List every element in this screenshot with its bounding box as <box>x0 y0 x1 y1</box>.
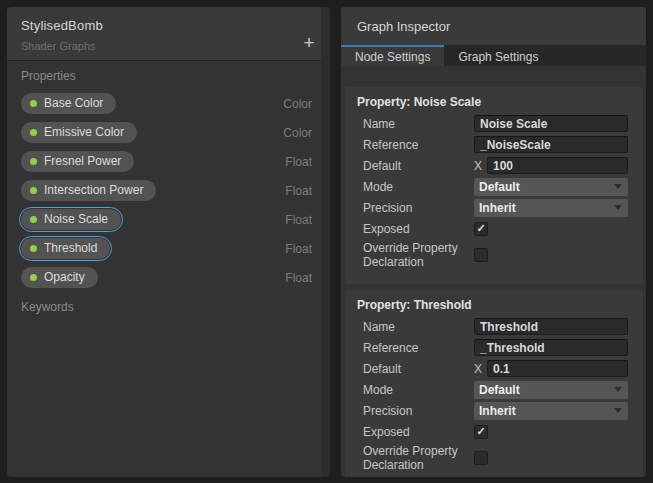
field-label: Exposed <box>352 222 474 236</box>
reference-input[interactable] <box>474 339 628 356</box>
field-label: Precision <box>352 201 474 215</box>
property-type-label: Color <box>283 126 312 140</box>
chevron-down-icon <box>614 387 622 392</box>
property-dot-icon <box>30 274 37 281</box>
field-label: Reference <box>352 138 474 152</box>
property-type-label: Float <box>285 184 312 198</box>
exposed-checkbox[interactable] <box>474 425 488 439</box>
property-type-label: Float <box>285 213 312 227</box>
property-row: Base Color Color <box>7 89 330 118</box>
blackboard-header: StylisedBomb Shader Graphs + <box>7 7 330 61</box>
property-pill-opacity[interactable]: Opacity <box>21 267 98 288</box>
property-dot-icon <box>30 245 37 252</box>
field-label: Override Property Declaration <box>352 241 474 269</box>
field-row-override: Override Property Declaration <box>352 239 636 271</box>
mode-dropdown[interactable]: Default <box>474 178 628 196</box>
property-dot-icon <box>30 129 37 136</box>
field-row-default: Default X <box>352 155 636 176</box>
field-row-precision: Precision Inherit <box>352 197 636 218</box>
name-input[interactable] <box>474 115 628 132</box>
precision-dropdown[interactable]: Inherit <box>474 199 628 217</box>
property-pill-label: Emissive Color <box>44 125 124 139</box>
field-row-default: Default X <box>352 358 636 379</box>
property-pill-label: Intersection Power <box>44 183 143 197</box>
field-label: Name <box>352 320 474 334</box>
property-pill-base-color[interactable]: Base Color <box>21 93 116 114</box>
property-dot-icon <box>30 158 37 165</box>
default-value-input[interactable] <box>487 157 628 174</box>
field-label: Name <box>352 117 474 131</box>
property-row: Fresnel Power Float <box>7 147 330 176</box>
keywords-section-label: Keywords <box>7 292 330 320</box>
field-row-precision: Precision Inherit <box>352 400 636 421</box>
dropdown-value: Inherit <box>479 404 516 418</box>
dropdown-value: Inherit <box>479 201 516 215</box>
field-label: Precision <box>352 404 474 418</box>
field-row-mode: Mode Default <box>352 176 636 197</box>
field-label: Default <box>352 362 474 376</box>
field-label: Exposed <box>352 425 474 439</box>
field-label: Default <box>352 159 474 173</box>
property-pill-label: Fresnel Power <box>44 154 121 168</box>
field-row-override: Override Property Declaration <box>352 442 636 474</box>
section-title: Property: Threshold <box>352 298 636 312</box>
property-dot-icon <box>30 100 37 107</box>
property-type-label: Color <box>283 97 312 111</box>
plus-icon: + <box>303 32 314 54</box>
chevron-down-icon <box>614 408 622 413</box>
tab-graph-settings[interactable]: Graph Settings <box>444 45 552 66</box>
tab-node-settings[interactable]: Node Settings <box>341 45 444 66</box>
graph-inspector-panel: Graph Inspector Node Settings Graph Sett… <box>341 7 646 477</box>
tab-label: Graph Settings <box>458 50 538 64</box>
add-property-button[interactable]: + <box>298 32 320 54</box>
field-label: Reference <box>352 341 474 355</box>
mode-dropdown[interactable]: Default <box>474 381 628 399</box>
property-pill-noise-scale[interactable]: Noise Scale <box>21 209 121 230</box>
property-type-label: Float <box>285 271 312 285</box>
property-row: Opacity Float <box>7 263 330 292</box>
chevron-down-icon <box>614 205 622 210</box>
property-pill-threshold[interactable]: Threshold <box>21 238 110 259</box>
blackboard-scrollbar[interactable] <box>321 7 330 477</box>
field-label: Override Property Declaration <box>352 444 474 472</box>
property-pill-emissive-color[interactable]: Emissive Color <box>21 122 137 143</box>
graph-inspector-header: Graph Inspector <box>341 7 646 45</box>
field-row-reference: Reference <box>352 134 636 155</box>
property-row: Emissive Color Color <box>7 118 330 147</box>
property-pill-label: Threshold <box>44 241 97 255</box>
field-label: Mode <box>352 180 474 194</box>
property-dot-icon <box>30 187 37 194</box>
x-axis-drag-label[interactable]: X <box>474 362 482 376</box>
field-label: Mode <box>352 383 474 397</box>
default-value-input[interactable] <box>487 360 628 377</box>
property-row: Intersection Power Float <box>7 176 330 205</box>
exposed-checkbox[interactable] <box>474 222 488 236</box>
section-title: Property: Noise Scale <box>352 95 636 109</box>
graph-inspector-title: Graph Inspector <box>357 19 450 34</box>
field-row-name: Name <box>352 113 636 134</box>
property-section-noise-scale: Property: Noise Scale Name Reference Def… <box>345 87 643 284</box>
property-row: Noise Scale Float <box>7 205 330 234</box>
shader-graph-title: StylisedBomb <box>21 18 316 33</box>
field-row-mode: Mode Default <box>352 379 636 400</box>
property-section-threshold: Property: Threshold Name Reference Defau… <box>345 290 643 477</box>
field-row-exposed: Exposed <box>352 421 636 442</box>
property-pill-label: Base Color <box>44 96 103 110</box>
property-pill-intersection-power[interactable]: Intersection Power <box>21 180 156 201</box>
field-row-exposed: Exposed <box>352 218 636 239</box>
override-declaration-checkbox[interactable] <box>474 248 488 262</box>
x-axis-drag-label[interactable]: X <box>474 159 482 173</box>
blackboard-panel: StylisedBomb Shader Graphs + Properties … <box>7 7 330 477</box>
properties-section-label: Properties <box>7 61 330 89</box>
property-pill-label: Noise Scale <box>44 212 108 226</box>
override-declaration-checkbox[interactable] <box>474 451 488 465</box>
precision-dropdown[interactable]: Inherit <box>474 402 628 420</box>
property-row: Threshold Float <box>7 234 330 263</box>
shader-graph-subtitle: Shader Graphs <box>21 40 316 52</box>
property-type-label: Float <box>285 155 312 169</box>
dropdown-value: Default <box>479 383 520 397</box>
tab-label: Node Settings <box>355 50 430 64</box>
reference-input[interactable] <box>474 136 628 153</box>
name-input[interactable] <box>474 318 628 335</box>
property-pill-fresnel-power[interactable]: Fresnel Power <box>21 151 134 172</box>
